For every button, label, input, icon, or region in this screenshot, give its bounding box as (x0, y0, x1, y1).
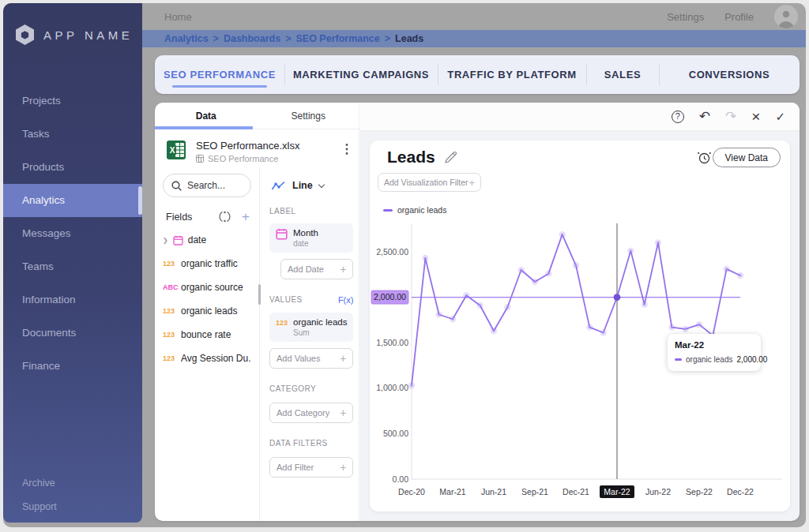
field-date[interactable]: ❯ date (163, 228, 251, 252)
table-icon (196, 155, 204, 163)
sidebar-item-products[interactable]: Products (3, 151, 142, 184)
tab-settings[interactable]: Settings (258, 103, 360, 129)
sidebar-item-messages[interactable]: Messages (3, 217, 142, 250)
sidebar: APP NAME Projects Tasks Products Analyti… (3, 3, 142, 523)
breadcrumb-separator: > (213, 33, 219, 44)
kebab-menu-icon[interactable] (345, 143, 348, 155)
label-section-title: LABEL (269, 207, 353, 215)
tab-data[interactable]: Data (155, 103, 258, 129)
field-avg-session-duration[interactable]: 123 Avg Session Du... (163, 347, 251, 370)
add-field-icon[interactable]: + (242, 210, 250, 223)
dashboard-tabs: SEO PERFORMANCE MARKETING CAMPAIGNS TRAF… (155, 55, 800, 94)
tab-conversions[interactable]: CONVERSIONS (659, 55, 800, 94)
sidebar-item-support[interactable]: Support (3, 495, 142, 519)
chart-type-selector[interactable]: Line (271, 180, 353, 191)
avatar[interactable] (774, 5, 798, 28)
confirm-icon[interactable]: ✓ (775, 111, 785, 122)
breadcrumb-analytics[interactable]: Analytics (164, 33, 209, 44)
svg-text:Jun-21: Jun-21 (481, 487, 506, 496)
svg-text:500.00: 500.00 (383, 429, 408, 438)
chart-card: Leads View Data Add Visualization Filter… (370, 140, 790, 511)
fx-button[interactable]: F(x) (338, 295, 354, 305)
sidebar-item-tasks[interactable]: Tasks (3, 118, 142, 151)
search-input[interactable]: Search... (163, 174, 251, 197)
field-label: organic leads (181, 305, 237, 317)
chart-tooltip: Mar-22 organic leads 2,000.00 (668, 334, 761, 371)
add-filter-button[interactable]: Add Filter (269, 457, 353, 478)
sidebar-item-projects[interactable]: Projects (3, 84, 142, 118)
fields-label: Fields (166, 212, 192, 223)
calendar-icon (276, 228, 288, 240)
number-type-icon: 123 (163, 307, 176, 315)
label-chip-month[interactable]: Month date (269, 223, 353, 253)
tab-traffic-by-platform[interactable]: TRAFFIC BY PLATFORM (438, 55, 586, 94)
close-icon[interactable]: × (751, 109, 760, 124)
svg-text:Dec-20: Dec-20 (398, 487, 425, 496)
dataset-file-row[interactable]: X SEO Performance.xlsx SEO Performance (155, 129, 359, 167)
top-bar-right: Settings Profile (667, 5, 806, 28)
categorize-icon[interactable] (219, 211, 231, 223)
svg-text:Mar-22: Mar-22 (604, 487, 630, 496)
legend-dash-icon (383, 209, 393, 212)
sidebar-item-finance[interactable]: Finance (3, 350, 142, 383)
data-filters-section-title: DATA FILTERS (269, 439, 353, 448)
svg-text:Jun-22: Jun-22 (645, 487, 671, 496)
svg-text:1,000.00: 1,000.00 (376, 383, 408, 392)
breadcrumb-separator: > (285, 33, 291, 44)
settings-link[interactable]: Settings (667, 11, 704, 23)
sidebar-item-teams[interactable]: Teams (3, 250, 142, 283)
add-values-button[interactable]: Add Values (269, 348, 353, 369)
field-label: Avg Session Du... (181, 353, 251, 364)
breadcrumb-current: Leads (395, 33, 423, 44)
field-bounce-rate[interactable]: 123 bounce rate (163, 323, 251, 347)
view-data-button[interactable]: View Data (713, 148, 781, 167)
data-panel-tabs: Data Settings (155, 103, 359, 129)
fields-column: Search... Fields + (155, 167, 259, 521)
sidebar-item-analytics[interactable]: Analytics (3, 184, 142, 217)
alarm-icon[interactable] (697, 151, 712, 164)
breadcrumb-dashboards[interactable]: Dashboards (224, 33, 280, 44)
sidebar-item-archive[interactable]: Archive (3, 471, 142, 495)
legend-label: organic leads (397, 205, 446, 215)
scrollbar-thumb[interactable] (258, 284, 261, 305)
chevron-down-icon (318, 181, 324, 187)
dataset-file-name: SEO Performance.xlsx (196, 140, 345, 152)
tab-seo-performance[interactable]: SEO PERFORMANCE (155, 55, 284, 94)
visualization-filter-input[interactable]: Add Visualization Filter (378, 173, 481, 192)
home-link[interactable]: Home (164, 11, 192, 23)
add-date-button[interactable]: Add Date (280, 259, 353, 279)
dataset-sheet: SEO Performance (196, 154, 345, 163)
sidebar-item-documents[interactable]: Documents (3, 317, 142, 350)
values-chip-organic-leads[interactable]: 123 organic leads Sum (269, 313, 353, 342)
number-type-icon: 123 (163, 331, 176, 339)
undo-icon[interactable]: ↶ (699, 110, 710, 123)
tab-sales[interactable]: SALES (586, 55, 659, 94)
chart-title-row: Leads (387, 148, 457, 167)
chevron-right-icon[interactable]: ❯ (163, 237, 168, 244)
add-category-button[interactable]: Add Category (269, 403, 353, 423)
tooltip-title: Mar-22 (675, 340, 754, 350)
number-type-icon: 123 (276, 319, 288, 327)
fields-header: Fields + (163, 210, 251, 223)
breadcrumb: Analytics > Dashboards > SEO Performance… (164, 33, 423, 44)
help-icon[interactable]: ? (672, 111, 684, 123)
edit-pencil-icon[interactable] (444, 151, 457, 164)
redo-icon[interactable]: ↷ (725, 110, 736, 123)
chart-legend[interactable]: organic leads (383, 205, 446, 215)
chart-type-label: Line (292, 180, 313, 191)
sidebar-item-information[interactable]: Information (3, 283, 142, 317)
profile-link[interactable]: Profile (724, 11, 754, 23)
category-section-title: CATEGORY (269, 384, 353, 393)
chart-workspace: ? ↶ ↷ × ✓ Leads View Data Add Visualizat… (359, 103, 800, 521)
breadcrumb-seo-performance[interactable]: SEO Performance (295, 33, 379, 44)
field-organic-traffic[interactable]: 123 organic traffic (163, 252, 251, 275)
field-label: organic traffic (181, 258, 238, 269)
svg-text:Mar-21: Mar-21 (439, 487, 465, 496)
app-window: APP NAME Projects Tasks Products Analyti… (3, 3, 806, 527)
person-icon (778, 9, 794, 28)
tab-marketing-campaigns[interactable]: MARKETING CAMPAIGNS (284, 55, 438, 94)
field-organic-source[interactable]: ABC organic source (163, 275, 251, 299)
fields-list: ❯ date 123 organic traffic (163, 228, 251, 370)
search-placeholder: Search... (187, 180, 225, 191)
field-organic-leads[interactable]: 123 organic leads (163, 299, 251, 323)
